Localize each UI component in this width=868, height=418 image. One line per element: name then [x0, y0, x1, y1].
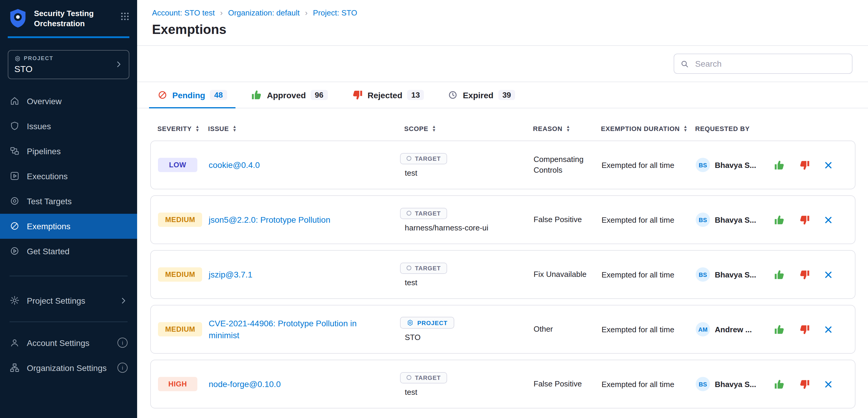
avatar: BS: [696, 377, 710, 391]
reject-button[interactable]: [799, 214, 810, 225]
app-title: Security Testing Orchestration: [34, 7, 105, 29]
approve-button[interactable]: [774, 324, 785, 335]
requester-name: Bhavya S...: [715, 270, 756, 279]
issue-link[interactable]: node-forge@0.10.0: [209, 378, 281, 390]
requester-name: Bhavya S...: [715, 380, 756, 388]
sort-icon[interactable]: [566, 125, 570, 132]
column-header-exemption-duration[interactable]: EXEMPTION DURATION: [601, 125, 695, 132]
dismiss-button[interactable]: [824, 325, 833, 334]
tab-rejected[interactable]: Rejected 13: [351, 82, 424, 108]
issue-link[interactable]: jszip@3.7.1: [209, 269, 252, 281]
sidebar-nav: Overview Issues Pipelines Executions Tes…: [0, 89, 137, 264]
exemption-duration: Exempted for all time: [601, 380, 696, 388]
issue-link[interactable]: cookie@0.4.0: [209, 159, 260, 171]
column-label: REASON: [533, 125, 562, 132]
sidebar-item-exemptions[interactable]: Exemptions: [0, 214, 137, 239]
sidebar-item-overview[interactable]: Overview: [0, 89, 137, 114]
reject-button[interactable]: [799, 269, 810, 280]
sort-icon[interactable]: [683, 125, 688, 132]
pending-exemption-icon: [157, 90, 167, 100]
scope-type-badge: TARGET: [400, 262, 447, 274]
sto-logo-icon: [8, 7, 28, 29]
column-header-reason[interactable]: REASON: [533, 125, 601, 132]
sidebar-item-label: Test Targets: [27, 197, 71, 206]
sort-icon[interactable]: [432, 125, 436, 132]
approve-button[interactable]: [774, 378, 785, 390]
dismiss-button[interactable]: [824, 161, 833, 169]
breadcrumb: Account: STO test Organization: default …: [152, 8, 852, 17]
column-header-requested-by[interactable]: REQUESTED BY: [695, 125, 773, 132]
sidebar-accent-bar: [8, 36, 129, 38]
exemption-duration: Exempted for all time: [601, 325, 696, 334]
sidebar-item-label: Executions: [27, 172, 68, 181]
scope-name: STO: [405, 333, 421, 342]
reject-button[interactable]: [799, 324, 810, 335]
breadcrumb-organization[interactable]: Organization: default: [228, 8, 300, 17]
tab-count-badge: 39: [498, 90, 515, 100]
table-row: MEDIUM jszip@3.7.1 TARGET test Fix Unava…: [150, 250, 856, 299]
issue-link[interactable]: json5@2.2.0: Prototype Pollution: [209, 214, 330, 226]
reason: Fix Unavailable: [533, 269, 601, 280]
sidebar-item-issues[interactable]: Issues: [0, 114, 137, 139]
sidebar-item-test-targets[interactable]: Test Targets: [0, 189, 137, 214]
sidebar-item-account-settings[interactable]: Account Settings: [0, 330, 137, 355]
app-switcher-icon[interactable]: [120, 12, 129, 21]
dismiss-button[interactable]: [824, 270, 833, 279]
project-selector[interactable]: PROJECT STO: [8, 50, 129, 79]
chevron-right-icon: [119, 297, 128, 305]
sidebar-item-label: Organization Settings: [27, 363, 107, 373]
column-label: SEVERITY: [157, 125, 192, 132]
sidebar-item-organization-settings[interactable]: Organization Settings: [0, 355, 137, 381]
sort-icon[interactable]: [232, 125, 237, 132]
tab-bar: Pending 48 Approved 96 Rejected 13 Expir…: [137, 82, 868, 108]
approve-button[interactable]: [774, 269, 785, 280]
sidebar-item-executions[interactable]: Executions: [0, 164, 137, 189]
reject-button[interactable]: [799, 378, 810, 390]
search-input[interactable]: [694, 58, 846, 69]
scope-type-badge: TARGET: [400, 372, 447, 383]
breadcrumb-project[interactable]: Project: STO: [313, 8, 357, 17]
tab-expired[interactable]: Expired 39: [448, 82, 516, 108]
gear-icon: [9, 295, 20, 306]
info-icon[interactable]: [118, 338, 128, 348]
tab-approved[interactable]: Approved 96: [251, 82, 328, 108]
scope-type-badge: TARGET: [400, 208, 447, 219]
target-icon: [407, 156, 411, 161]
dismiss-button[interactable]: [824, 215, 833, 224]
approve-button[interactable]: [774, 159, 785, 171]
thumbs-up-icon: [774, 378, 785, 390]
sidebar-item-get-started[interactable]: Get Started: [0, 239, 137, 264]
requester-name: Bhavya S...: [715, 161, 756, 169]
tab-label: Pending: [172, 90, 205, 100]
avatar: BS: [696, 267, 710, 282]
organization-icon: [9, 363, 20, 373]
executions-icon: [9, 171, 20, 181]
chevron-right-icon: [115, 61, 123, 69]
approve-button[interactable]: [774, 214, 785, 225]
sidebar-item-pipelines[interactable]: Pipelines: [0, 139, 137, 164]
sidebar-item-project-settings[interactable]: Project Settings: [0, 288, 137, 313]
column-header-scope[interactable]: SCOPE: [399, 125, 533, 132]
table-row: LOW cookie@0.4.0 TARGET test Compensatin…: [150, 141, 856, 189]
search-box[interactable]: [674, 54, 852, 74]
tab-pending[interactable]: Pending 48: [157, 82, 227, 108]
column-label: EXEMPTION DURATION: [601, 125, 680, 132]
account-icon: [9, 338, 20, 348]
thumbs-up-icon: [774, 159, 785, 171]
column-header-severity[interactable]: SEVERITY: [157, 125, 208, 132]
info-icon[interactable]: [118, 363, 128, 373]
reason: Other: [533, 324, 601, 334]
column-header-issue[interactable]: ISSUE: [208, 125, 399, 132]
project-icon: [14, 56, 21, 62]
reject-button[interactable]: [799, 159, 810, 171]
issue-link[interactable]: CVE-2021-44906: Prototype Pollution in m…: [209, 317, 383, 341]
sort-icon[interactable]: [195, 125, 200, 132]
severity-badge: LOW: [158, 158, 197, 172]
reason: Compensating Controls: [533, 154, 601, 175]
scope-type-label: PROJECT: [417, 319, 447, 326]
dismiss-button[interactable]: [824, 380, 833, 388]
target-icon: [407, 375, 411, 380]
thumbs-down-icon: [799, 324, 810, 335]
column-label: SCOPE: [404, 125, 428, 132]
breadcrumb-account[interactable]: Account: STO test: [152, 8, 215, 17]
